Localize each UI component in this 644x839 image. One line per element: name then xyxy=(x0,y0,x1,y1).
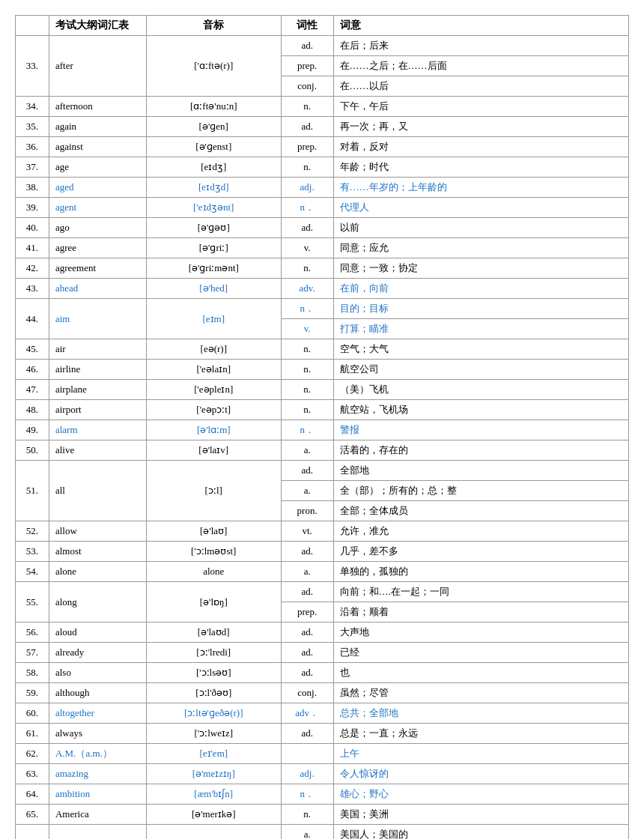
row-meaning: 同意；一致；协定 xyxy=(333,258,628,279)
row-phonetic: [eɪm] xyxy=(146,299,281,339)
row-number: 33. xyxy=(16,36,49,97)
row-word: aged xyxy=(49,178,146,198)
row-pos: n. xyxy=(281,805,333,825)
row-meaning: 全（部）；所有的；总；整 xyxy=(333,481,628,501)
row-word: although xyxy=(49,683,146,703)
row-meaning: 目的；目标 xyxy=(333,299,628,319)
row-meaning: 美国；美洲 xyxy=(333,805,628,825)
row-meaning: 代理人 xyxy=(333,198,628,218)
row-number: 36. xyxy=(16,137,49,157)
row-number: 53. xyxy=(16,542,49,562)
row-number: 35. xyxy=(16,117,49,137)
row-phonetic: [ə'hed] xyxy=(146,279,281,299)
row-pos: prep. xyxy=(281,56,333,76)
row-pos: v. xyxy=(281,319,333,339)
row-word: ahead xyxy=(49,279,146,299)
row-meaning: （美）飞机 xyxy=(333,380,628,400)
row-pos: ad. xyxy=(281,461,333,481)
row-phonetic: ['eəpleɪn] xyxy=(146,380,281,400)
row-number: 61. xyxy=(16,724,49,744)
row-phonetic: [ə'laɪv] xyxy=(146,440,281,461)
row-word: airplane xyxy=(49,380,146,400)
row-number: 49. xyxy=(16,420,49,440)
row-word: almost xyxy=(49,542,146,562)
row-phonetic: [eɪdʒd] xyxy=(146,178,281,198)
row-meaning: 上午 xyxy=(333,744,628,764)
row-meaning: 大声地 xyxy=(333,623,628,643)
vocabulary-table: 考试大纲词汇表 音标 词性 词意 33.after['ɑːftə(r)]ad.在… xyxy=(15,15,629,839)
header-word: 考试大纲词汇表 xyxy=(49,16,146,36)
row-word: alive xyxy=(49,440,146,461)
row-meaning: 在……以后 xyxy=(333,76,628,97)
row-meaning: 也 xyxy=(333,663,628,683)
row-phonetic: [ə'meɪzɪŋ] xyxy=(146,764,281,784)
row-meaning: 年龄；时代 xyxy=(333,157,628,178)
row-word: after xyxy=(49,36,146,97)
row-pos: v. xyxy=(281,238,333,258)
row-meaning: 允许，准允 xyxy=(333,521,628,542)
row-pos xyxy=(281,744,333,764)
row-phonetic: [ɔːltə'ɡeðə(r)] xyxy=(146,703,281,724)
row-meaning: 雄心；野心 xyxy=(333,784,628,805)
row-word: already xyxy=(49,643,146,663)
row-pos: n. xyxy=(281,258,333,279)
row-phonetic: [æm'bɪʃn] xyxy=(146,784,281,805)
row-pos: ad. xyxy=(281,724,333,744)
row-number: 52. xyxy=(16,521,49,542)
row-pos: n． xyxy=(281,784,333,805)
row-meaning: 虽然；尽管 xyxy=(333,683,628,703)
row-word: always xyxy=(49,724,146,744)
row-word: agent xyxy=(49,198,146,218)
row-number: 58. xyxy=(16,663,49,683)
row-pos: prep. xyxy=(281,602,333,623)
row-pos: a. xyxy=(281,825,333,840)
row-pos: n. xyxy=(281,157,333,178)
row-meaning: 在后；后来 xyxy=(333,36,628,56)
row-number: 38. xyxy=(16,178,49,198)
row-number: 46. xyxy=(16,360,49,380)
row-word: agree xyxy=(49,238,146,258)
header-pos: 词性 xyxy=(281,16,333,36)
header-phonetic: 音标 xyxy=(146,16,281,36)
row-pos: ad. xyxy=(281,117,333,137)
row-phonetic: [eɪdʒ] xyxy=(146,157,281,178)
row-word: agreement xyxy=(49,258,146,279)
row-number: 43. xyxy=(16,279,49,299)
row-word: age xyxy=(49,157,146,178)
row-word: against xyxy=(49,137,146,157)
row-phonetic: [ɔːl'ðəʊ] xyxy=(146,683,281,703)
row-word: airline xyxy=(49,360,146,380)
row-pos: ad. xyxy=(281,663,333,683)
row-meaning: 向前；和….在一起；一同 xyxy=(333,582,628,602)
row-meaning: 总共；全部地 xyxy=(333,703,628,724)
row-pos: ad. xyxy=(281,643,333,663)
header-meaning: 词意 xyxy=(333,16,628,36)
row-meaning: 总是；一直；永远 xyxy=(333,724,628,744)
row-number: 60. xyxy=(16,703,49,724)
row-meaning: 单独的，孤独的 xyxy=(333,562,628,582)
row-word: aim xyxy=(49,299,146,339)
row-phonetic: [ɑːftə'nuːn] xyxy=(146,97,281,117)
row-pos: pron. xyxy=(281,501,333,521)
row-phonetic: ['ɔːlməʊst] xyxy=(146,542,281,562)
row-phonetic: ['ɔːlsəʊ] xyxy=(146,663,281,683)
row-phonetic: [ə'ɡriː] xyxy=(146,238,281,258)
row-number: 54. xyxy=(16,562,49,582)
header-num xyxy=(16,16,49,36)
row-word: all xyxy=(49,461,146,521)
row-pos: conj. xyxy=(281,76,333,97)
row-phonetic: ['eəpɔːt] xyxy=(146,400,281,420)
row-phonetic: [eɪ'em] xyxy=(146,744,281,764)
row-meaning: 沿着；顺着 xyxy=(333,602,628,623)
row-word: altogether xyxy=(49,703,146,724)
row-meaning: 几乎，差不多 xyxy=(333,542,628,562)
row-phonetic: alone xyxy=(146,562,281,582)
row-pos: n. xyxy=(281,360,333,380)
row-number: 62. xyxy=(16,744,49,764)
row-meaning: 空气；大气 xyxy=(333,339,628,360)
row-meaning: 全部地 xyxy=(333,461,628,481)
row-number: 50. xyxy=(16,440,49,461)
row-number: 56. xyxy=(16,623,49,643)
row-number: 37. xyxy=(16,157,49,178)
row-pos: n． xyxy=(281,299,333,319)
